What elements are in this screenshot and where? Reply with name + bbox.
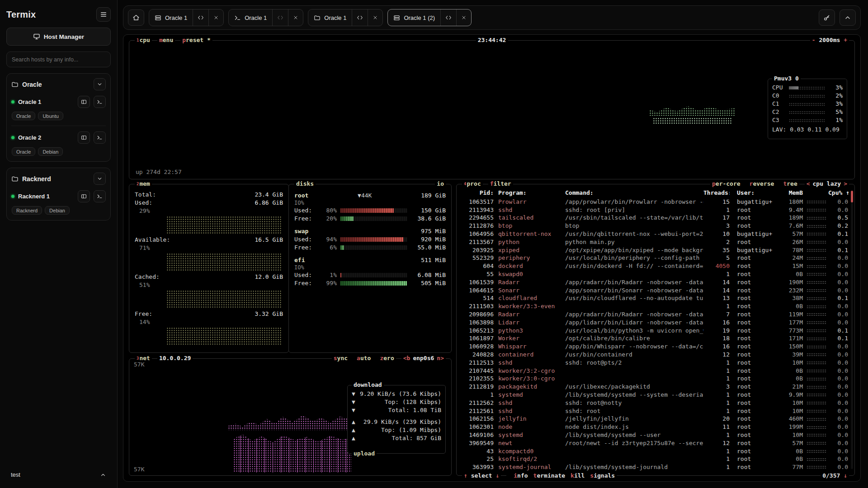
net-interface-selector[interactable]: <benp0s6n> [401, 354, 446, 362]
proc-option-per-core[interactable]: per-core [710, 180, 742, 188]
group-collapse-button[interactable] [94, 78, 106, 90]
mem-meter-dots [807, 257, 826, 260]
proc-option-tree[interactable]: tree [781, 180, 799, 188]
cpu-menu-button[interactable]: menu [157, 36, 175, 44]
tab-close-button[interactable] [457, 9, 471, 26]
process-mem: 57M [777, 439, 803, 447]
process-row[interactable]: 1065213python3/usr/local/bin/python3 -m … [461, 327, 850, 335]
proc-select-control[interactable]: ↑ select ↓ [462, 472, 501, 480]
mem-meter-dots [807, 265, 826, 268]
process-row[interactable]: 1061897Worker/opt/calibre/bin/calibre18r… [461, 334, 850, 343]
process-threads: 13 [703, 294, 730, 302]
process-row[interactable]: 514cloudflared/usr/bin/cloudflared --no-… [461, 294, 850, 302]
interval-control[interactable]: - 2000ms + [810, 36, 849, 44]
proc-option-reverse[interactable]: reverse [748, 180, 776, 188]
process-program: periphery [494, 254, 562, 262]
mem-meter-dots [807, 393, 826, 396]
process-row[interactable]: 2112561sshdsshd: root1root10M0.0 [461, 407, 850, 415]
process-mem-meter [803, 278, 828, 286]
process-row[interactable]: 1062156jellyfin/jellyfin/jellyfin20root4… [461, 415, 850, 423]
process-row[interactable]: 1061539Radarr/app/radarr/bin/Radarr -nob… [461, 278, 850, 286]
tab-button[interactable]: Oracle 1 [149, 9, 193, 26]
process-row[interactable]: 1063898Lidarr/app/lidarr/bin/Lidarr -nob… [461, 319, 850, 327]
process-row[interactable]: 25ksoftirqd/21root0B0.0 [461, 455, 850, 463]
mem-disks-row: 2mem Total:23.4 GiBUsed:6.86 GiB29%Avail… [129, 184, 452, 353]
tab-close-button[interactable] [368, 9, 382, 26]
tab-button[interactable]: Oracle 1 [308, 9, 352, 26]
process-row[interactable]: 2102355kworker/3:0-cgro1root0B0.0 [461, 375, 850, 383]
proc-scrollbar[interactable] [851, 191, 853, 469]
tab-split-button[interactable] [193, 9, 208, 26]
net-toggle-sync[interactable]: sync [332, 354, 349, 362]
group-collapse-button[interactable] [94, 173, 106, 185]
process-row[interactable]: 1064956qbittorrent-nox/usr/bin/qbittorre… [461, 230, 850, 238]
process-row[interactable]: 1062301nodenode dist/index.js11root199M0… [461, 423, 850, 431]
process-pid: 1 [461, 391, 494, 399]
host-connect-button[interactable] [78, 96, 90, 108]
host-connect-button[interactable] [78, 131, 90, 144]
cpu-preset-button[interactable]: preset * [180, 36, 212, 44]
proc-filter-button[interactable]: filter [488, 180, 513, 188]
tab-label: Oracle 1 [165, 14, 187, 21]
group-name: Oracle [22, 81, 90, 88]
sidebar-menu-button[interactable] [96, 7, 111, 22]
process-row[interactable]: 2112562sshdsshd: root@notty1root10M0.0 [461, 399, 850, 407]
process-row[interactable]: 2112876btopbtop3root7.6M0.2 [461, 222, 850, 230]
host-terminal-button[interactable] [94, 96, 106, 108]
net-toggle-auto[interactable]: auto [355, 354, 373, 362]
process-row[interactable]: 43kcompactd01root0B0.0 [461, 447, 850, 455]
process-row[interactable]: 240828containerd/usr/bin/containerd12roo… [461, 351, 850, 359]
process-threads: 18 [703, 334, 730, 343]
process-row[interactable]: 2098696Radarr/app/radarr/bin/Radarr -nob… [461, 310, 850, 319]
admin-button[interactable] [819, 9, 835, 26]
proc-scrollbar-thumb[interactable] [851, 191, 853, 202]
mem-meter-dots [807, 225, 826, 228]
process-threads: 20 [703, 415, 730, 423]
process-row[interactable]: 2113943sshdsshd: root [priv]1root9.4M0.0 [461, 206, 850, 214]
process-row[interactable]: 363993systemd-journal/lib/systemd/system… [461, 463, 850, 471]
process-row[interactable]: 1060928Whisparr/app/bin/Whisparr --nobro… [461, 343, 850, 351]
process-row[interactable]: 2112819packagekitd/usr/libexec/packageki… [461, 383, 850, 391]
proc-title-text: proc [467, 180, 481, 187]
collapse-tabbar-button[interactable] [840, 9, 856, 26]
process-cpu: 0.0 [828, 375, 850, 383]
process-row[interactable]: 2107445kworker/3:2-cgro1root0B0.0 [461, 367, 850, 375]
process-row[interactable]: 1063517Prowlarr/app/prowlarr/bin/Prowlar… [461, 198, 850, 206]
search-input[interactable] [6, 52, 111, 67]
sidebar-footer[interactable]: test [6, 468, 111, 482]
tab-split-button[interactable] [273, 9, 288, 26]
tab-button[interactable]: Oracle 1 (2) [388, 9, 440, 26]
host-manager-button[interactable]: Host Manager [6, 28, 111, 46]
host-terminal-button[interactable] [94, 131, 106, 144]
host-terminal-button[interactable] [94, 190, 106, 202]
host-connect-button[interactable] [78, 190, 90, 202]
process-command: /usr/sbin/tailscaled --state=/var/lib/ta… [562, 214, 703, 222]
proc-sort-selector[interactable]: <cpu lazy> [805, 180, 849, 188]
tab-split-button[interactable] [352, 9, 368, 26]
process-row[interactable]: 1469106systemd/lib/systemd/systemd --use… [461, 431, 850, 439]
process-row[interactable]: 203925xpiped/opt/xpipe/app/bin/xpiped --… [461, 246, 850, 254]
process-row[interactable]: 1systemd/lib/systemd/systemd --system --… [461, 391, 850, 399]
tab-button[interactable]: Oracle 1 [229, 9, 272, 26]
home-button[interactable] [128, 9, 144, 26]
tab-split-button[interactable] [441, 9, 456, 26]
process-row[interactable]: 2294655tailscaled/usr/sbin/tailscaled --… [461, 214, 850, 222]
tab-close-button[interactable] [288, 9, 303, 26]
process-mem: 77M [777, 463, 803, 471]
process-row[interactable]: 2112513sshdsshd: root@pts/21root10M0.0 [461, 359, 850, 367]
meter-row: C25% [772, 108, 843, 116]
mem-stat-label: Used: [135, 199, 152, 207]
process-row[interactable]: 2113567pythonpython main.py2root26M0.0 [461, 238, 850, 246]
process-row[interactable]: 552329periphery/usr/local/bin/periphery … [461, 254, 850, 262]
process-row[interactable]: 604dockerd/usr/bin/dockerd -H fd:// --co… [461, 262, 850, 270]
process-mem-meter [803, 327, 828, 335]
disk-bar-percent: 94% [326, 235, 337, 244]
process-row[interactable]: 1064615Sonarr/app/sonarr/bin/Sonarr -nob… [461, 286, 850, 295]
process-row[interactable]: 2111503kworker/3:3-even1root0B0.0 [461, 302, 850, 310]
process-program: sshd [494, 206, 562, 214]
process-row[interactable]: 3969549newt/root/newt --id z3rtyep2175u8… [461, 439, 850, 447]
process-pid: 2098696 [461, 310, 494, 319]
process-row[interactable]: 55kswapd01root0B0.0 [461, 270, 850, 278]
tab-close-button[interactable] [209, 9, 223, 26]
net-toggle-zero[interactable]: zero [378, 354, 396, 362]
